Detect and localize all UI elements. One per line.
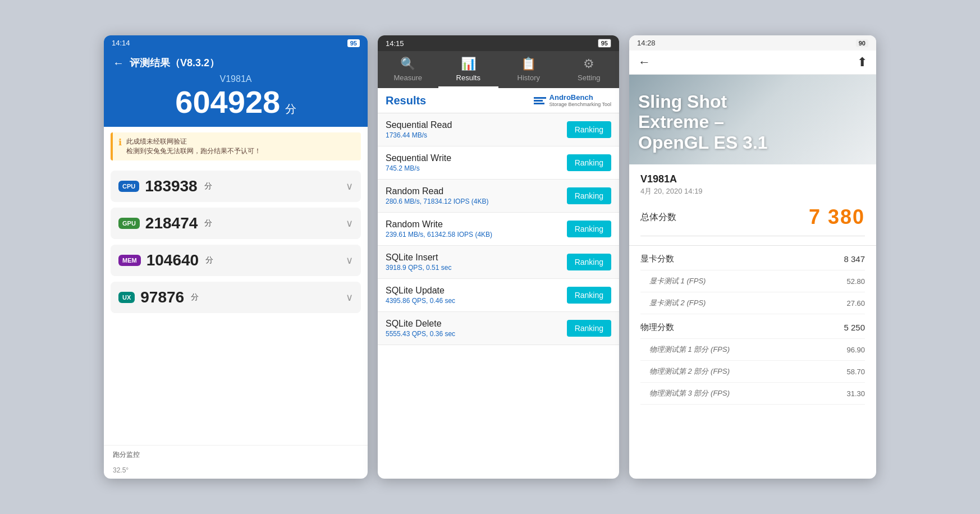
status-bar-3: 14:28 90 xyxy=(629,35,876,51)
rand-read-ranking-button[interactable]: Ranking xyxy=(567,187,611,204)
cpu-score-value: 183938 xyxy=(145,177,197,195)
time-3: 14:28 xyxy=(637,39,656,47)
antutu-screen: 14:14 95 ← 评测结果（V8.3.2） V1981A 604928 分 … xyxy=(104,35,368,479)
physics-test3-value: 31.30 xyxy=(846,389,865,398)
measure-icon: 🔍 xyxy=(400,57,415,71)
gpu-chevron-icon[interactable]: ∨ xyxy=(346,217,353,230)
nav-results-label: Results xyxy=(456,74,480,82)
benchmark-list: Sequential Read 1736.44 MB/s Ranking Seq… xyxy=(378,113,619,479)
mem-score-value: 104640 xyxy=(146,251,199,269)
footer-label: 跑分监控 xyxy=(104,445,368,464)
3dmark-toolbar: ← ⬆ xyxy=(629,51,876,75)
nav-measure[interactable]: 🔍 Measure xyxy=(378,51,438,88)
physics-score-section: 物理分数 5 250 xyxy=(640,314,865,339)
physics-test1-label: 物理测试第 1 部分 (FPS) xyxy=(640,345,730,355)
hero-image: Sling Shot Extreme – OpenGL ES 3.1 xyxy=(629,75,876,164)
sqlite-delete-ranking-button[interactable]: Ranking xyxy=(567,320,611,337)
ux-score-value: 97876 xyxy=(140,288,184,306)
rand-read-label: Random Read xyxy=(386,186,488,196)
ux-chevron-icon[interactable]: ∨ xyxy=(346,291,353,304)
androbench-screen: 14:15 95 🔍 Measure 📊 Results 📋 History ⚙… xyxy=(378,35,619,479)
temp-reading: 32.5° xyxy=(104,464,368,479)
battery-badge-2: 95 xyxy=(598,39,611,48)
total-score-3dmark: 7 380 xyxy=(809,205,865,229)
warning-box: ℹ 此成绩未经联网验证 检测到安兔兔无法联网，跑分结果不予认可！ xyxy=(111,132,361,160)
physics-test2-label: 物理测试第 2 部分 (FPS) xyxy=(640,366,730,377)
antutu-header: ← 评测结果（V8.3.2） V1981A 604928 分 xyxy=(104,51,368,127)
back-button-1[interactable]: ← xyxy=(113,57,124,70)
list-item: SQLite Delete 5555.43 QPS, 0.36 sec Rank… xyxy=(378,312,619,345)
seq-write-ranking-button[interactable]: Ranking xyxy=(567,154,611,171)
gpu-test1-label: 显卡测试 1 (FPS) xyxy=(640,276,706,286)
rand-write-ranking-button[interactable]: Ranking xyxy=(567,221,611,237)
time-1: 14:14 xyxy=(112,39,130,47)
nav-history[interactable]: 📋 History xyxy=(498,51,559,88)
gpu-test1-row: 显卡测试 1 (FPS) 52.80 xyxy=(640,270,865,292)
warning-line1: 此成绩未经联网验证 xyxy=(126,137,261,146)
sqlite-insert-ranking-button[interactable]: Ranking xyxy=(567,254,611,270)
rand-write-label: Random Write xyxy=(386,219,492,230)
gpu-badge: GPU xyxy=(118,218,140,229)
battery-badge-3: 90 xyxy=(856,39,868,47)
list-item: Random Write 239.61 MB/s, 61342.58 IOPS … xyxy=(378,213,619,246)
list-item: SQLite Update 4395.86 QPS, 0.46 sec Rank… xyxy=(378,279,619,312)
result-card: V1981A 4月 20, 2020 14:19 总体分数 7 380 xyxy=(629,164,876,246)
mem-chevron-icon[interactable]: ∨ xyxy=(346,254,353,267)
score-unit: 分 xyxy=(285,103,296,115)
physics-test1-value: 96.90 xyxy=(846,346,865,354)
gpu-score-row: GPU 218474 分 ∨ xyxy=(111,208,361,239)
share-button[interactable]: ⬆ xyxy=(857,55,867,70)
setting-icon: ⚙ xyxy=(583,57,594,71)
cpu-score-unit: 分 xyxy=(204,181,212,191)
physics-score-value: 5 250 xyxy=(844,323,865,332)
back-button-3[interactable]: ← xyxy=(638,55,651,70)
logo-sub: Storage Benchmarking Tool xyxy=(549,102,611,107)
scores-list: CPU 183938 分 ∨ GPU 218474 分 ∨ MEM 104640… xyxy=(104,166,368,445)
test-date: 4月 20, 2020 14:19 xyxy=(640,186,865,196)
list-item: Random Read 280.6 MB/s, 71834.12 IOPS (4… xyxy=(378,180,619,213)
mem-score-row: MEM 104640 分 ∨ xyxy=(111,245,361,276)
rand-read-val: 280.6 MB/s, 71834.12 IOPS (4KB) xyxy=(386,198,488,205)
ux-score-unit: 分 xyxy=(191,292,199,302)
sqlite-delete-label: SQLite Delete xyxy=(386,319,455,329)
status-bar-1: 14:14 95 xyxy=(104,35,368,51)
physics-test2-row: 物理测试第 2 部分 (FPS) 58.70 xyxy=(640,361,865,383)
device-model-3: V1981A xyxy=(640,173,865,185)
seq-read-val: 1736.44 MB/s xyxy=(386,131,452,139)
scores-table: 显卡分数 8 347 显卡测试 1 (FPS) 52.80 显卡测试 2 (FP… xyxy=(629,246,876,405)
gpu-score-unit: 分 xyxy=(204,218,212,228)
cpu-score-row: CPU 183938 分 ∨ xyxy=(111,171,361,202)
physics-test3-row: 物理测试第 3 部分 (FPS) 31.30 xyxy=(640,383,865,405)
sqlite-update-val: 4395.86 QPS, 0.46 sec xyxy=(386,297,455,305)
seq-read-label: Sequential Read xyxy=(386,120,452,130)
list-item: SQLite Insert 3918.9 QPS, 0.51 sec Ranki… xyxy=(378,246,619,279)
list-item: Sequential Read 1736.44 MB/s Ranking xyxy=(378,113,619,146)
sqlite-update-label: SQLite Update xyxy=(386,286,455,296)
gpu-test2-row: 显卡测试 2 (FPS) 27.60 xyxy=(640,292,865,314)
gpu-test2-label: 显卡测试 2 (FPS) xyxy=(640,298,706,308)
physics-test3-label: 物理测试第 3 部分 (FPS) xyxy=(640,388,730,398)
androbench-nav: 🔍 Measure 📊 Results 📋 History ⚙ Setting xyxy=(378,51,619,88)
gpu-score-value: 218474 xyxy=(145,214,198,232)
seq-read-ranking-button[interactable]: Ranking xyxy=(567,121,611,138)
sqlite-update-ranking-button[interactable]: Ranking xyxy=(567,287,611,304)
sqlite-insert-val: 3918.9 QPS, 0.51 sec xyxy=(386,264,451,272)
warning-icon: ℹ xyxy=(118,137,122,148)
gpu-score-section: 显卡分数 8 347 xyxy=(640,246,865,270)
sqlite-delete-val: 5555.43 QPS, 0.36 sec xyxy=(386,330,455,338)
mem-badge: MEM xyxy=(118,255,141,266)
3dmark-screen: 14:28 90 ← ⬆ Sling Shot Extreme – OpenGL… xyxy=(629,35,876,479)
cpu-chevron-icon[interactable]: ∨ xyxy=(346,180,353,192)
total-label: 总体分数 xyxy=(640,212,676,223)
time-2: 14:15 xyxy=(386,39,404,48)
brand-bar: Results AndroBench Storage Benchmarking … xyxy=(378,88,619,113)
sqlite-insert-label: SQLite Insert xyxy=(386,253,451,263)
results-icon: 📊 xyxy=(461,57,476,71)
nav-results[interactable]: 📊 Results xyxy=(438,51,499,88)
ux-score-row: UX 97876 分 ∨ xyxy=(111,282,361,313)
nav-measure-label: Measure xyxy=(393,74,422,82)
total-score: 604928 xyxy=(175,84,280,120)
nav-setting[interactable]: ⚙ Setting xyxy=(559,51,620,88)
nav-history-label: History xyxy=(518,74,540,82)
test-title: Sling Shot Extreme – OpenGL ES 3.1 xyxy=(629,80,777,164)
